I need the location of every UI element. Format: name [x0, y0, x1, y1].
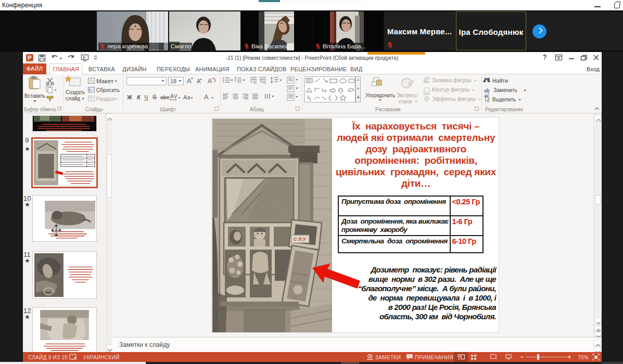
svg-text:Ж: Ж — [126, 94, 132, 100]
svg-text:Раздел: Раздел — [96, 96, 115, 102]
svg-text:Выделить: Выделить — [492, 96, 516, 102]
svg-text:S: S — [152, 94, 157, 101]
svg-text:Создать: Создать — [66, 89, 85, 95]
svg-text:слайд: слайд — [66, 95, 81, 101]
svg-text:Рисование: Рисование — [375, 107, 401, 112]
svg-text:Шрифт: Шрифт — [160, 107, 176, 112]
svg-text:Упорядочить: Упорядочить — [365, 92, 395, 98]
svg-text:Заливка фигуры: Заливка фигуры — [432, 77, 472, 83]
svg-text:Ч: Ч — [144, 94, 148, 100]
svg-text:Абзац: Абзац — [250, 107, 264, 112]
svg-text:Вставить: Вставить — [24, 93, 45, 99]
svg-text:Слайды: Слайды — [85, 107, 103, 112]
svg-text:Сбросить: Сбросить — [96, 87, 120, 93]
svg-text:Экспресс-: Экспресс- — [397, 92, 418, 98]
svg-text:Эффекты фигуры: Эффекты фигуры — [432, 96, 476, 102]
svg-text:К: К — [137, 94, 141, 100]
svg-text:АV: АV — [170, 94, 177, 99]
svg-text:А: А — [197, 78, 201, 84]
svg-text:Буфер обмена: Буфер обмена — [24, 107, 56, 112]
svg-text:стили: стили — [399, 98, 412, 105]
svg-text:А: А — [204, 93, 209, 101]
svg-text:Редактирование: Редактирование — [485, 107, 523, 112]
svg-text:Контур фигуры: Контур фигуры — [432, 86, 469, 93]
svg-text:А: А — [208, 77, 212, 85]
svg-text:abc: abc — [160, 94, 170, 100]
svg-text:ab: ab — [484, 88, 490, 93]
svg-text:Аа: Аа — [183, 94, 190, 100]
svg-text:Макет: Макет — [96, 78, 113, 84]
svg-text:P: P — [28, 55, 31, 61]
svg-text:Заменить: Заменить — [493, 87, 517, 93]
svg-text:Найти: Найти — [492, 77, 508, 84]
svg-text:А: А — [187, 77, 192, 85]
svg-text:18: 18 — [170, 78, 176, 84]
